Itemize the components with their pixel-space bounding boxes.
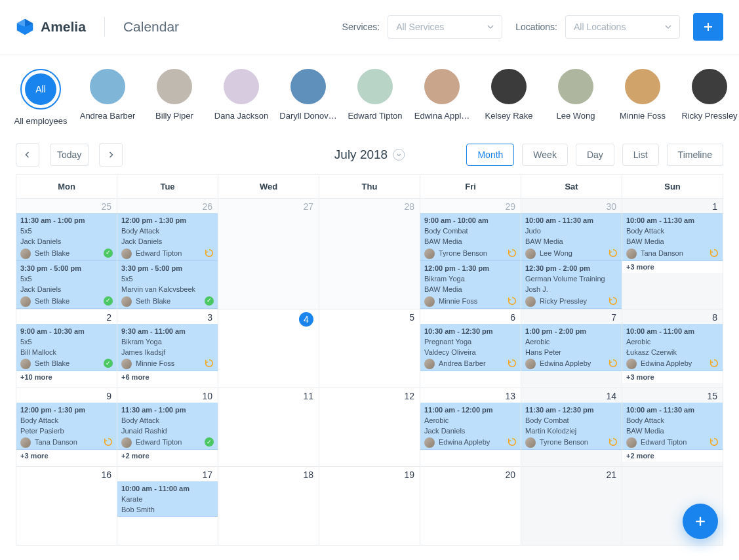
event[interactable]: 11:30 am - 12:30 pmBody CombatMartin Kol… bbox=[521, 403, 622, 450]
employee-item[interactable]: Edwina Appl… bbox=[417, 69, 467, 121]
event-service: Body Attack bbox=[626, 416, 719, 426]
event[interactable]: 11:30 am - 1:00 pm5x5Jack DanielsSeth Bl… bbox=[16, 213, 117, 261]
event-client: BAW Media bbox=[525, 237, 618, 247]
view-timeline-button[interactable]: Timeline bbox=[667, 144, 723, 166]
event[interactable]: 1:00 pm - 2:00 pmAerobicHans PeterEdwina… bbox=[521, 324, 622, 372]
event-provider-row: Tyrone Benson bbox=[424, 249, 517, 259]
event-service: Body Attack bbox=[20, 416, 113, 426]
event[interactable]: 10:30 am - 12:30 pmPregnant YogaValdecy … bbox=[420, 324, 521, 372]
calendar-day-cell[interactable]: 299:00 am - 10:00 amBody CombatBAW Media… bbox=[420, 199, 521, 310]
calendar-day-cell[interactable]: 1311:00 am - 12:00 pmAerobicJack Daniels… bbox=[420, 388, 521, 466]
event-provider: Seth Blake bbox=[136, 296, 170, 307]
avatar bbox=[121, 359, 132, 369]
calendar-day-cell[interactable]: 3010:00 am - 11:30 amJudoBAW MediaLee Wo… bbox=[521, 199, 622, 310]
calendar-day-cell[interactable]: 19 bbox=[319, 466, 420, 545]
event[interactable]: 10:00 am - 11:30 amBody AttackBAW MediaE… bbox=[622, 403, 723, 450]
calendar-day-cell[interactable]: 1710:00 am - 11:00 amKarateBob Smith bbox=[117, 466, 218, 545]
event[interactable]: 10:00 am - 11:00 amKarateBob Smith bbox=[117, 481, 218, 517]
calendar-day-cell[interactable]: 2612:00 pm - 1:30 pmBody AttackJack Dani… bbox=[117, 199, 218, 310]
employee-label: Dana Jackson bbox=[214, 111, 268, 121]
employee-item[interactable]: Lee Wong bbox=[551, 69, 601, 121]
today-button[interactable]: Today bbox=[50, 144, 89, 166]
calendar-day-cell[interactable]: 5 bbox=[319, 309, 420, 388]
more-link[interactable]: +3 more bbox=[622, 371, 723, 383]
calendar-day-cell[interactable]: 110:00 am - 11:30 amBody AttackBAW Media… bbox=[622, 199, 723, 310]
services-select[interactable]: All Services bbox=[388, 15, 502, 39]
event[interactable]: 12:30 pm - 2:00 pmGerman Volume Training… bbox=[521, 261, 622, 309]
calendar-day-cell[interactable]: 810:00 am - 11:00 amAerobicŁukasz Czerwi… bbox=[622, 309, 723, 388]
calendar-day-cell[interactable]: 21 bbox=[521, 466, 622, 545]
calendar-day-cell[interactable]: 2511:30 am - 1:00 pm5x5Jack DanielsSeth … bbox=[16, 199, 117, 310]
event[interactable]: 12:00 pm - 1:30 pmBody AttackPeter Pasie… bbox=[16, 403, 117, 450]
calendar-day-cell[interactable]: 20 bbox=[420, 466, 521, 545]
employee-item[interactable]: Edward Tipton bbox=[350, 69, 400, 121]
event[interactable]: 10:00 am - 11:30 amJudoBAW MediaLee Wong bbox=[521, 213, 622, 261]
employee-item[interactable]: Daryll Donov… bbox=[283, 69, 333, 121]
calendar-day-cell[interactable]: 27 bbox=[218, 199, 319, 310]
event[interactable]: 12:00 pm - 1:30 pmBikram YogaBAW MediaMi… bbox=[420, 261, 521, 309]
event-client: Jack Daniels bbox=[20, 237, 113, 247]
event[interactable]: 10:00 am - 11:30 amBody AttackBAW MediaT… bbox=[622, 213, 723, 261]
calendar-day-cell[interactable]: 610:30 am - 12:30 pmPregnant YogaValdecy… bbox=[420, 309, 521, 388]
locations-select[interactable]: All Locations bbox=[565, 15, 680, 39]
more-link[interactable]: +2 more bbox=[622, 450, 723, 462]
employee-item[interactable]: Minnie Foss bbox=[618, 69, 668, 121]
employee-item[interactable]: Kelsey Rake bbox=[484, 69, 534, 121]
view-day-button[interactable]: Day bbox=[576, 144, 614, 166]
event[interactable]: 12:00 pm - 1:30 pmBody AttackJack Daniel… bbox=[117, 213, 218, 261]
add-button[interactable] bbox=[693, 13, 723, 41]
more-link[interactable]: +10 more bbox=[16, 371, 117, 383]
event-client: Hans Peter bbox=[525, 348, 618, 358]
more-link[interactable]: +3 more bbox=[16, 450, 117, 462]
calendar-day-cell[interactable]: 1411:30 am - 12:30 pmBody CombatMartin K… bbox=[521, 388, 622, 466]
fab-add-button[interactable] bbox=[683, 504, 718, 539]
month-selector[interactable]: July 2018 bbox=[334, 148, 405, 162]
calendar-day-cell[interactable]: 12 bbox=[319, 388, 420, 466]
event[interactable]: 3:30 pm - 5:00 pm5x5Jack DanielsSeth Bla… bbox=[16, 261, 117, 309]
view-list-button[interactable]: List bbox=[622, 144, 659, 166]
employee-label: Minnie Foss bbox=[620, 111, 666, 121]
calendar-day-cell[interactable]: 11 bbox=[218, 388, 319, 466]
calendar-day-cell[interactable]: 1510:00 am - 11:30 amBody AttackBAW Medi… bbox=[622, 388, 723, 466]
calendar-day-cell[interactable]: 71:00 pm - 2:00 pmAerobicHans PeterEdwin… bbox=[521, 309, 622, 388]
event[interactable]: 10:00 am - 11:00 amAerobicŁukasz Czerwik… bbox=[622, 324, 723, 372]
event[interactable]: 9:30 am - 11:00 amBikram YogaJames Ikads… bbox=[117, 324, 218, 372]
event[interactable]: 11:30 am - 1:00 pmBody AttackJunaid Rash… bbox=[117, 403, 218, 450]
calendar-day-cell[interactable]: 16 bbox=[16, 466, 117, 545]
view-month-button[interactable]: Month bbox=[466, 144, 514, 166]
event-time: 9:30 am - 11:00 am bbox=[121, 327, 214, 337]
calendar-day-cell[interactable]: 4 bbox=[218, 309, 319, 388]
employee-item[interactable]: Ricky Pressley bbox=[685, 69, 734, 121]
more-link[interactable]: +6 more bbox=[117, 371, 218, 383]
avatar bbox=[626, 249, 637, 259]
employee-label: Edwina Appl… bbox=[414, 111, 470, 121]
view-week-button[interactable]: Week bbox=[522, 144, 568, 166]
event[interactable]: 11:00 am - 12:00 pmAerobicJack DanielsEd… bbox=[420, 403, 521, 450]
employee-item[interactable]: Billy Piper bbox=[150, 69, 199, 121]
more-link[interactable]: +2 more bbox=[117, 450, 218, 462]
calendar-day-cell[interactable]: 29:00 am - 10:30 am5x5Bill MallockSeth B… bbox=[16, 309, 117, 388]
event-time: 3:30 pm - 5:00 pm bbox=[121, 264, 214, 274]
more-link[interactable]: +3 more bbox=[622, 261, 723, 273]
event[interactable]: 3:30 pm - 5:00 pm5x5Marvin van Kalcvsbee… bbox=[117, 261, 218, 309]
event[interactable]: 9:00 am - 10:30 am5x5Bill MallockSeth Bl… bbox=[16, 324, 117, 372]
next-button[interactable] bbox=[99, 143, 123, 167]
calendar-day-cell[interactable]: 18 bbox=[218, 466, 319, 545]
event[interactable]: 9:00 am - 10:00 amBody CombatBAW MediaTy… bbox=[420, 213, 521, 261]
event-provider: Edwina Appleby bbox=[641, 359, 692, 369]
event-service: Body Combat bbox=[424, 226, 517, 237]
calendar-day-cell[interactable]: 1011:30 am - 1:00 pmBody AttackJunaid Ra… bbox=[117, 388, 218, 466]
day-number: 2 bbox=[16, 310, 117, 324]
prev-button[interactable] bbox=[16, 143, 39, 167]
calendar-day-cell[interactable]: 912:00 pm - 1:30 pmBody AttackPeter Pasi… bbox=[16, 388, 117, 466]
event-client: BAW Media bbox=[424, 237, 517, 247]
employee-all[interactable]: AllAll employees bbox=[16, 69, 66, 126]
event-service: Aerobic bbox=[626, 337, 719, 348]
employee-item[interactable]: Dana Jackson bbox=[216, 69, 266, 121]
day-number: 11 bbox=[218, 388, 319, 403]
calendar-day-cell[interactable]: 39:30 am - 11:00 amBikram YogaJames Ikad… bbox=[117, 309, 218, 388]
all-avatar: All bbox=[25, 73, 56, 105]
logo[interactable]: Amelia bbox=[16, 18, 86, 36]
employee-item[interactable]: Andrea Barber bbox=[83, 69, 132, 121]
calendar-day-cell[interactable]: 28 bbox=[319, 199, 420, 310]
